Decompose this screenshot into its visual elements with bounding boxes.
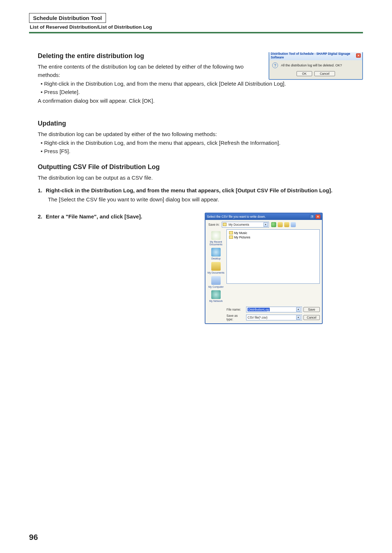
list-item: Right-click in the Distribution Log, and…: [41, 139, 363, 147]
sidebar-recent[interactable]: My Recent Documents: [205, 231, 226, 246]
page-header: Schedule Distribution Tool List of Reser…: [29, 13, 363, 33]
step-number: 1.: [38, 187, 46, 194]
type-label: Save as type:: [226, 314, 245, 321]
save-toolbar: Save in: My Documents ▾: [205, 220, 322, 229]
toolbar-icons: [271, 222, 296, 227]
step2-instruction: 2.Enter a "File Name", and click [Save].: [38, 213, 197, 221]
section2-intro: The distribution log can be updated by e…: [38, 130, 363, 139]
dialog-titlebar: Distribution Tool of Schedule - SHARP Di…: [269, 52, 362, 60]
up-folder-icon[interactable]: [278, 222, 283, 227]
section-deleting: Distribution Tool of Schedule - SHARP Di…: [38, 52, 363, 106]
save-body: My Recent Documents Desktop My Documents…: [205, 229, 322, 305]
documents-icon: [211, 262, 221, 271]
section1-bullets: Right-click in the Distribution Log, and…: [41, 80, 363, 96]
back-icon[interactable]: [271, 222, 276, 227]
dialog-title: Distribution Tool of Schedule - SHARP Di…: [271, 52, 356, 59]
step-2: 2.Enter a "File Name", and click [Save].: [38, 213, 197, 222]
header-box-title: Schedule Distribution Tool: [29, 13, 106, 23]
sidebar-computer[interactable]: My Computer: [205, 276, 226, 288]
list-item[interactable]: My Pictures: [229, 235, 317, 239]
savein-value: My Documents: [229, 223, 249, 226]
folder-icon: [229, 231, 233, 234]
chevron-down-icon[interactable]: ▾: [296, 307, 301, 312]
filename-value: DistributionLog: [248, 308, 270, 311]
file-list[interactable]: My Music My Pictures: [226, 229, 320, 284]
step-number: 2.: [38, 213, 46, 221]
savein-combo[interactable]: My Documents ▾: [222, 222, 269, 228]
save-dialog: Select the CSV file you want to write do…: [205, 213, 323, 324]
network-icon: [211, 290, 221, 299]
confirm-dialog: Distribution Tool of Schedule - SHARP Di…: [269, 52, 363, 80]
section2-bullets: Right-click in the Distribution Log, and…: [41, 139, 363, 155]
sidebar-network[interactable]: My Network: [205, 290, 226, 302]
page-number: 96: [29, 533, 38, 542]
sidebar-desktop[interactable]: Desktop: [205, 248, 226, 260]
list-item: Press [F5].: [41, 147, 363, 156]
recent-icon: [211, 231, 221, 240]
step-2-row: 2.Enter a "File Name", and click [Save].…: [38, 213, 363, 324]
section2-title: Updating: [38, 120, 363, 127]
question-icon: ?: [272, 62, 278, 68]
ok-button[interactable]: OK: [297, 71, 312, 76]
type-value: CSV file(*.csv): [248, 316, 268, 319]
step-1: 1.Right-click in the Distribution Log, a…: [38, 187, 363, 204]
dialog-content: ? All the distribution log will be delet…: [269, 60, 362, 70]
help-icon[interactable]: ?: [310, 214, 315, 219]
list-item: Right-click in the Distribution Log, and…: [41, 80, 363, 88]
dialog-message: All the distribution log will be deleted…: [281, 64, 342, 67]
close-icon[interactable]: ×: [315, 214, 320, 219]
section-updating: Updating The distribution log can be upd…: [38, 120, 363, 156]
section3-intro: The distribution log can be output as a …: [38, 174, 363, 182]
titlebar-buttons: ? ×: [310, 214, 320, 219]
section3-title: Outputting CSV File of Distribution Log: [38, 163, 363, 171]
type-field[interactable]: CSV file(*.csv) ▾: [246, 315, 302, 320]
section-output-csv: Outputting CSV File of Distribution Log …: [38, 163, 363, 324]
desktop-icon: [211, 248, 221, 257]
chevron-down-icon[interactable]: ▾: [296, 315, 301, 320]
step1-instruction: 1.Right-click in the Distribution Log, a…: [38, 187, 363, 194]
header-subtitle: List of Reserved Distribution/List of Di…: [29, 24, 363, 30]
step1-desc: The [Select the CSV file you want to wri…: [48, 196, 363, 204]
dialog-buttons: OK Cancel: [269, 70, 362, 79]
computer-icon: [211, 276, 221, 285]
folder-icon: [229, 235, 233, 239]
section1-after: A confirmation dialog box will appear. C…: [38, 97, 363, 105]
folder-icon: [223, 223, 226, 226]
new-folder-icon[interactable]: [284, 222, 289, 227]
save-dialog-title: Select the CSV file you want to write do…: [207, 215, 266, 218]
places-sidebar: My Recent Documents Desktop My Documents…: [205, 229, 226, 305]
list-item[interactable]: My Music: [229, 231, 317, 235]
close-icon[interactable]: ×: [356, 53, 361, 58]
view-menu-icon[interactable]: [291, 222, 296, 227]
filename-field[interactable]: DistributionLog ▾: [246, 307, 302, 312]
sidebar-documents[interactable]: My Documents: [205, 262, 226, 274]
header-divider: [29, 32, 363, 33]
save-bottom-panel: File name: DistributionLog ▾ Save Save a…: [205, 305, 322, 323]
cancel-button[interactable]: Cancel: [314, 71, 335, 76]
save-dialog-titlebar: Select the CSV file you want to write do…: [205, 213, 322, 220]
filename-label: File name:: [226, 308, 245, 311]
savein-label: Save in:: [208, 223, 220, 226]
list-item: Press [Delete].: [41, 88, 363, 97]
confirm-dialog-wrapper: Distribution Tool of Schedule - SHARP Di…: [269, 52, 363, 80]
cancel-button[interactable]: Cancel: [303, 315, 320, 320]
chevron-down-icon[interactable]: ▾: [264, 222, 268, 227]
save-button[interactable]: Save: [303, 307, 320, 312]
